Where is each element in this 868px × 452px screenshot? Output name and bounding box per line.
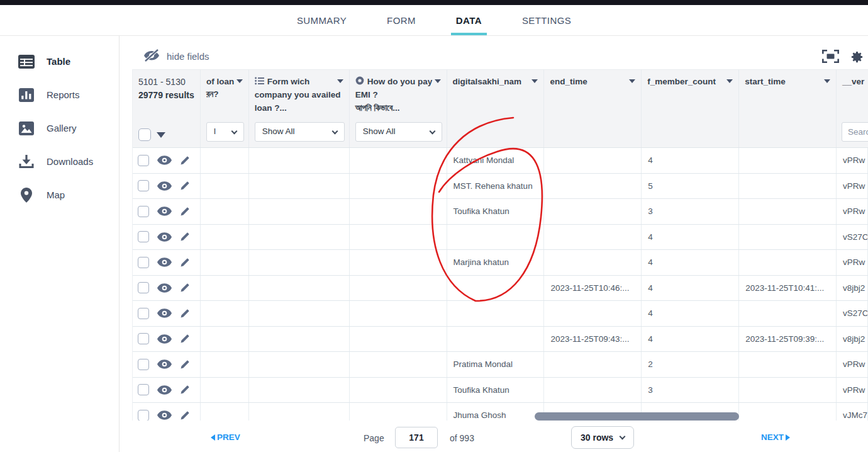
tab-form[interactable]: FORM xyxy=(387,5,416,35)
sidebar-item-downloads[interactable]: Downloads xyxy=(0,145,119,178)
row-checkbox[interactable] xyxy=(138,384,149,395)
row-checkbox[interactable] xyxy=(138,333,149,344)
column-menu-icon[interactable] xyxy=(236,79,243,83)
view-record-icon[interactable] xyxy=(157,232,172,242)
results-count-label: 29779 results xyxy=(138,89,194,102)
column-filter-select[interactable]: Show All xyxy=(355,122,442,142)
view-record-icon[interactable] xyxy=(157,308,172,318)
maximize-icon[interactable] xyxy=(822,50,839,64)
column-title: start_time xyxy=(745,77,786,86)
row-checkbox[interactable] xyxy=(138,180,149,191)
filter-selected-value: Show All xyxy=(363,125,396,138)
sidebar-item-gallery[interactable]: Gallery xyxy=(0,111,119,145)
row-checkbox[interactable] xyxy=(138,359,149,370)
row-checkbox[interactable] xyxy=(138,206,149,217)
row-checkbox[interactable] xyxy=(138,410,149,421)
edit-record-icon[interactable] xyxy=(180,206,190,217)
next-page-button[interactable]: NEXT xyxy=(761,432,790,442)
column-menu-icon[interactable] xyxy=(824,79,830,83)
view-record-icon[interactable] xyxy=(157,283,172,293)
view-record-icon[interactable] xyxy=(157,359,172,369)
cell-digitalsakhi-nam: Kattyani Mondal xyxy=(447,148,545,173)
cell-end-time xyxy=(544,352,642,377)
column-filter-select[interactable]: Show All xyxy=(255,122,345,142)
select-all-checkbox[interactable] xyxy=(138,128,151,141)
tab-data[interactable]: DATA xyxy=(456,5,482,35)
row-checkbox[interactable] xyxy=(138,231,149,242)
tab-summary[interactable]: SUMMARY xyxy=(297,5,347,35)
hide-fields-toggle[interactable]: hide fields xyxy=(143,49,209,64)
tab-settings[interactable]: SETTINGS xyxy=(522,5,571,35)
column-menu-icon[interactable] xyxy=(531,79,538,83)
prev-page-button[interactable]: PREV xyxy=(211,432,240,442)
view-record-icon[interactable] xyxy=(157,257,172,267)
edit-record-icon[interactable] xyxy=(180,359,190,370)
gallery-icon xyxy=(17,121,36,135)
column-menu-icon[interactable] xyxy=(337,79,343,83)
list-icon xyxy=(255,76,264,89)
sidebar-item-map[interactable]: Map xyxy=(0,178,119,212)
cell-of-loan xyxy=(201,378,249,403)
sidebar-item-table[interactable]: Table xyxy=(0,45,119,78)
cell-digitalsakhi-nam xyxy=(447,225,545,250)
cell-version: vJMc7 xyxy=(837,403,868,421)
settings-gear-icon[interactable] xyxy=(850,50,864,64)
column-menu-icon[interactable] xyxy=(435,79,441,83)
edit-record-icon[interactable] xyxy=(180,232,190,242)
edit-record-icon[interactable] xyxy=(180,410,190,421)
version-search-input[interactable] xyxy=(842,122,868,142)
cell-of-loan xyxy=(201,148,249,173)
cell-f-member-count: 4 xyxy=(642,148,739,173)
table-row: 2023-11-25T10:46:... 4 2023-11-25T10:41:… xyxy=(133,276,868,302)
column-menu-icon[interactable] xyxy=(726,79,733,83)
row-checkbox[interactable] xyxy=(138,257,149,268)
row-checkbox[interactable] xyxy=(138,308,149,319)
sidebar-item-reports[interactable]: Reports xyxy=(0,78,119,111)
horizontal-scrollbar-thumb[interactable] xyxy=(535,412,739,421)
sidebar-item-label: Reports xyxy=(47,89,80,100)
cell-of-loan xyxy=(201,225,249,250)
row-checkbox[interactable] xyxy=(138,282,149,293)
edit-record-icon[interactable] xyxy=(180,181,190,191)
left-sidebar: Table Reports Gallery Downloads Map xyxy=(0,36,120,452)
edit-record-icon[interactable] xyxy=(180,334,190,344)
cell-of-loan xyxy=(201,199,249,224)
column-filter-select[interactable]: l xyxy=(206,122,244,142)
cell-start-time xyxy=(739,352,837,377)
view-record-icon[interactable] xyxy=(157,155,172,165)
header-cell-version: __ver xyxy=(837,70,868,147)
edit-record-icon[interactable] xyxy=(180,385,190,395)
table-row: Marjina khatun 4 vPRw xyxy=(133,250,868,276)
column-subtitle: রন? xyxy=(206,88,243,101)
header-cell-form-company: Form wich company you availed loan ?... … xyxy=(249,70,350,147)
rows-per-page-select[interactable]: 30 rows xyxy=(571,426,634,449)
column-menu-icon[interactable] xyxy=(629,79,635,83)
view-record-icon[interactable] xyxy=(157,334,172,344)
cell-start-time xyxy=(739,403,837,421)
cell-pay-emi xyxy=(350,225,447,250)
header-cell-start-time: start_time xyxy=(739,70,837,147)
cell-end-time xyxy=(544,225,642,250)
cell-of-loan xyxy=(201,250,249,275)
view-record-icon[interactable] xyxy=(157,385,172,395)
sidebar-item-label: Map xyxy=(47,189,65,200)
view-record-icon[interactable] xyxy=(157,206,172,216)
edit-record-icon[interactable] xyxy=(180,155,190,166)
cell-form-company xyxy=(249,327,350,352)
edit-record-icon[interactable] xyxy=(180,283,190,293)
sidebar-item-label: Table xyxy=(47,56,70,67)
edit-record-icon[interactable] xyxy=(180,308,190,319)
cell-f-member-count: 2 xyxy=(642,352,739,377)
cell-end-time xyxy=(544,301,642,326)
cell-digitalsakhi-nam: Toufika Khatun xyxy=(447,199,545,224)
chevron-down-icon xyxy=(331,128,338,134)
edit-record-icon[interactable] xyxy=(180,257,190,268)
cell-version: vS27C xyxy=(837,225,868,250)
cell-f-member-count: 4 xyxy=(642,225,739,250)
page-number-input[interactable] xyxy=(395,427,438,448)
cell-digitalsakhi-nam: Pratima Mondal xyxy=(447,352,545,377)
row-checkbox[interactable] xyxy=(138,155,149,166)
bulk-actions-dropdown-icon[interactable] xyxy=(157,132,165,138)
view-record-icon[interactable] xyxy=(157,181,172,191)
view-record-icon[interactable] xyxy=(157,410,172,420)
